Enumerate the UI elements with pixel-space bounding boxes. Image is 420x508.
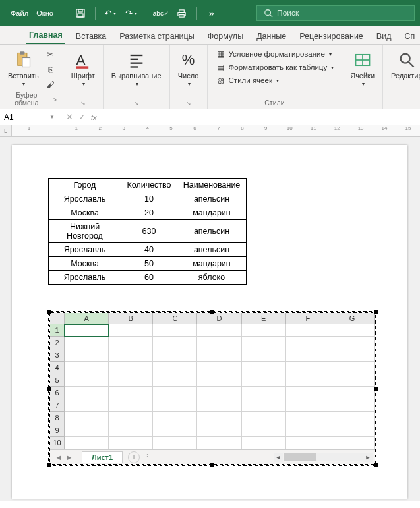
cell[interactable]: [242, 362, 286, 374]
scroll-left-icon[interactable]: ◄: [274, 453, 283, 462]
row-header[interactable]: 4: [50, 362, 65, 374]
app-menu[interactable]: Файл Окно: [0, 9, 64, 17]
spellcheck-icon[interactable]: abc✓: [152, 5, 169, 22]
cell[interactable]: [286, 374, 330, 387]
cell[interactable]: [109, 412, 153, 424]
save-icon[interactable]: [72, 5, 89, 22]
cell[interactable]: [330, 362, 375, 374]
font-button[interactable]: A Шрифт▾: [69, 47, 98, 89]
cell[interactable]: [197, 337, 241, 349]
cell[interactable]: [286, 362, 330, 374]
cell[interactable]: [153, 374, 197, 387]
sheet-tab[interactable]: Лист1: [82, 451, 123, 463]
cell[interactable]: [153, 362, 197, 374]
copy-icon[interactable]: ⎘: [44, 63, 57, 76]
cell[interactable]: [65, 412, 109, 424]
cell[interactable]: [242, 374, 286, 387]
tab-more[interactable]: Сп: [402, 28, 417, 44]
cell[interactable]: [153, 399, 197, 412]
sheet-grid[interactable]: ABCDEFG12345678910: [50, 313, 375, 449]
cell[interactable]: [197, 362, 241, 374]
cell[interactable]: [109, 324, 153, 337]
cell[interactable]: [197, 374, 241, 387]
resize-handle[interactable]: [47, 387, 51, 391]
cell[interactable]: [109, 337, 153, 349]
tab-view[interactable]: Вид: [374, 28, 394, 44]
fx-icon[interactable]: fx: [91, 113, 97, 121]
name-box[interactable]: A1▼: [0, 110, 59, 125]
number-button[interactable]: % Число▾: [175, 47, 202, 89]
paste-button[interactable]: Вставить▾: [5, 47, 42, 89]
select-all-corner[interactable]: [50, 313, 65, 324]
cut-icon[interactable]: ✂: [44, 47, 57, 61]
cell[interactable]: [65, 324, 109, 337]
cell[interactable]: [197, 424, 241, 437]
row-header[interactable]: 9: [50, 424, 65, 437]
cell[interactable]: [153, 424, 197, 437]
resize-handle[interactable]: [210, 463, 214, 467]
cell[interactable]: [286, 349, 330, 362]
cell-styles-button[interactable]: ▧Стили ячеек ▾: [213, 74, 282, 87]
tab-home[interactable]: Главная: [26, 26, 65, 44]
cell[interactable]: [109, 362, 153, 374]
cell[interactable]: [197, 412, 241, 424]
cell[interactable]: [153, 412, 197, 424]
cell[interactable]: [153, 324, 197, 337]
cell[interactable]: [286, 424, 330, 437]
cell[interactable]: [65, 362, 109, 374]
tab-insert[interactable]: Вставка: [73, 28, 109, 44]
row-header[interactable]: 8: [50, 412, 65, 424]
cell[interactable]: [109, 424, 153, 437]
cell[interactable]: [330, 424, 375, 437]
resize-handle[interactable]: [47, 310, 51, 314]
row-header[interactable]: 5: [50, 374, 65, 387]
row-header[interactable]: 1: [50, 324, 65, 337]
formula-input[interactable]: [104, 110, 420, 125]
col-header[interactable]: A: [65, 313, 109, 324]
cell[interactable]: [65, 437, 109, 449]
conditional-formatting-button[interactable]: ▦Условное форматирование ▾: [213, 47, 334, 61]
cell[interactable]: [153, 349, 197, 362]
number-launcher-icon[interactable]: ↘: [186, 100, 191, 107]
cell[interactable]: [286, 324, 330, 337]
col-header[interactable]: C: [153, 313, 197, 324]
cell[interactable]: [65, 424, 109, 437]
accept-formula-icon[interactable]: ✓: [78, 112, 86, 122]
tab-data[interactable]: Данные: [254, 28, 289, 44]
horizontal-ruler[interactable]: · 1 ·· ·· 1 ·· 2 ·· 3 ·· 4 ·· 5 ·· 6 ·· …: [12, 125, 420, 137]
cell[interactable]: [286, 399, 330, 412]
alignment-button[interactable]: Выравнивание▾: [109, 47, 164, 89]
col-header[interactable]: E: [242, 313, 286, 324]
cell[interactable]: [330, 337, 375, 349]
cancel-formula-icon[interactable]: ✕: [66, 112, 73, 122]
resize-handle[interactable]: [374, 310, 378, 314]
cell[interactable]: [65, 349, 109, 362]
cell[interactable]: [65, 374, 109, 387]
cell[interactable]: [197, 349, 241, 362]
redo-icon[interactable]: ↷▾: [123, 5, 140, 22]
row-header[interactable]: 2: [50, 337, 65, 349]
cell[interactable]: [153, 387, 197, 399]
cells-button[interactable]: Ячейки▾: [347, 47, 377, 89]
resize-handle[interactable]: [47, 463, 51, 467]
tab-formulas[interactable]: Формулы: [205, 28, 246, 44]
embedded-spreadsheet[interactable]: ABCDEFG12345678910 ◄ ► Лист1 + ⋮ ◄ ►: [48, 311, 376, 466]
cell[interactable]: [242, 437, 286, 449]
cell[interactable]: [330, 412, 375, 424]
cell[interactable]: [242, 337, 286, 349]
cell[interactable]: [242, 324, 286, 337]
cell[interactable]: [242, 399, 286, 412]
print-direct-icon[interactable]: [173, 5, 191, 22]
h-scrollbar[interactable]: [284, 453, 363, 461]
cell[interactable]: [330, 374, 375, 387]
cell[interactable]: [65, 387, 109, 399]
cell[interactable]: [153, 437, 197, 449]
cell[interactable]: [330, 437, 375, 449]
col-header[interactable]: D: [197, 313, 241, 324]
undo-icon[interactable]: ↶▾: [102, 5, 119, 22]
scroll-right-icon[interactable]: ►: [363, 453, 373, 462]
cell[interactable]: [242, 424, 286, 437]
resize-handle[interactable]: [374, 387, 378, 391]
cell[interactable]: [242, 349, 286, 362]
cell[interactable]: [153, 337, 197, 349]
